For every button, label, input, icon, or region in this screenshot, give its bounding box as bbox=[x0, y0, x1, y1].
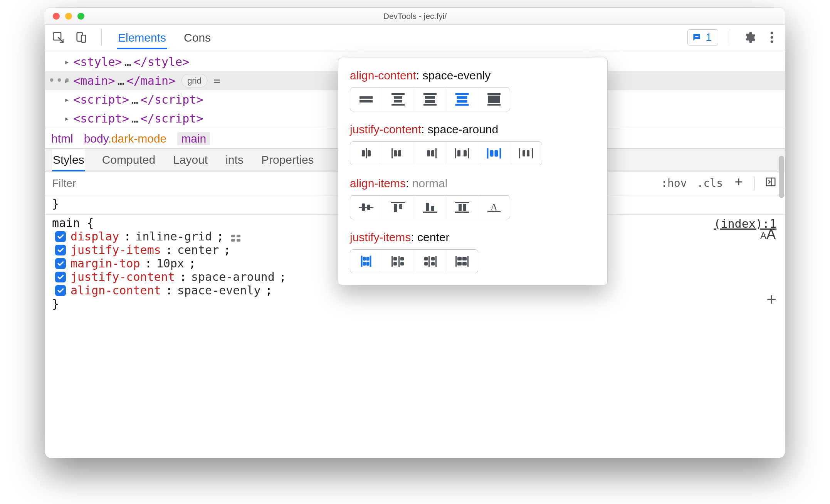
subtab-styles[interactable]: Styles bbox=[52, 149, 85, 171]
css-value[interactable]: inline-grid bbox=[136, 230, 212, 243]
subtab-computed[interactable]: Computed bbox=[101, 149, 156, 171]
toggle-declaration-checkbox[interactable] bbox=[55, 231, 66, 242]
svg-rect-80 bbox=[431, 257, 435, 260]
scrollbar-thumb[interactable] bbox=[779, 156, 784, 198]
svg-rect-48 bbox=[523, 150, 525, 156]
subtab-properties[interactable]: Properties bbox=[260, 149, 315, 171]
device-toolbar-icon[interactable] bbox=[74, 30, 89, 45]
breadcrumb-item[interactable]: html bbox=[51, 132, 73, 145]
svg-rect-33 bbox=[394, 150, 397, 156]
css-value[interactable]: 10px bbox=[156, 257, 184, 270]
toggle-declaration-checkbox[interactable] bbox=[55, 258, 66, 269]
ji-stretch-icon[interactable] bbox=[446, 249, 478, 273]
ai-stretch-icon[interactable] bbox=[446, 195, 478, 219]
popover-button-row bbox=[350, 249, 596, 273]
svg-rect-43 bbox=[500, 148, 501, 158]
css-property[interactable]: display bbox=[71, 230, 119, 243]
expand-triangle-icon[interactable]: ▸ bbox=[64, 112, 69, 125]
ai-start-icon[interactable] bbox=[382, 195, 414, 219]
main-toolbar: Elements Cons 1 bbox=[45, 25, 785, 50]
svg-rect-52 bbox=[367, 205, 370, 210]
add-declaration-icon[interactable]: + bbox=[766, 290, 776, 309]
css-property[interactable]: margin-top bbox=[71, 257, 140, 270]
inspect-element-icon[interactable] bbox=[50, 30, 66, 45]
ai-baseline-icon[interactable]: A bbox=[478, 195, 510, 219]
svg-rect-86 bbox=[462, 257, 467, 260]
ji-start-icon[interactable] bbox=[382, 249, 414, 273]
svg-rect-53 bbox=[391, 202, 405, 203]
svg-rect-69 bbox=[363, 262, 366, 265]
css-property[interactable]: justify-content bbox=[71, 270, 175, 284]
minimize-window-button[interactable] bbox=[65, 13, 72, 20]
tab-console[interactable]: Cons bbox=[183, 26, 212, 49]
css-property[interactable]: justify-items bbox=[71, 243, 161, 257]
breadcrumb-item[interactable]: body.dark-mode bbox=[84, 132, 167, 145]
svg-rect-85 bbox=[457, 257, 462, 260]
css-value[interactable]: space-around bbox=[191, 270, 275, 284]
ji-end-icon[interactable] bbox=[414, 249, 446, 273]
open-grid-editor-icon[interactable] bbox=[230, 232, 243, 241]
ai-end-icon[interactable] bbox=[414, 195, 446, 219]
popover-group-justify-content: justify-content: space-around bbox=[350, 123, 596, 165]
svg-rect-21 bbox=[423, 104, 437, 106]
svg-rect-77 bbox=[428, 256, 430, 267]
svg-rect-13 bbox=[360, 100, 373, 102]
svg-rect-35 bbox=[435, 148, 437, 158]
ac-evenly-icon[interactable] bbox=[446, 87, 478, 111]
ac-between-icon[interactable] bbox=[382, 87, 414, 111]
jc-start-icon[interactable] bbox=[382, 141, 414, 165]
grid-badge[interactable]: grid bbox=[181, 74, 207, 87]
svg-rect-68 bbox=[366, 257, 369, 260]
hov-toggle[interactable]: :hov bbox=[661, 177, 687, 190]
css-value[interactable]: center bbox=[177, 243, 219, 257]
attr-indicator: = bbox=[213, 72, 220, 89]
expand-triangle-icon[interactable]: ▸ bbox=[64, 93, 69, 106]
svg-rect-84 bbox=[467, 256, 469, 267]
zoom-window-button[interactable] bbox=[77, 13, 84, 20]
ai-center-icon[interactable] bbox=[350, 195, 382, 219]
ac-around-icon[interactable] bbox=[414, 87, 446, 111]
jc-evenly-icon[interactable] bbox=[510, 141, 542, 165]
jc-end-icon[interactable] bbox=[414, 141, 446, 165]
rule-source-link[interactable]: (index):1 bbox=[714, 217, 776, 230]
more-menu-icon[interactable] bbox=[764, 30, 780, 45]
settings-icon[interactable] bbox=[742, 30, 757, 45]
css-property[interactable]: align-content bbox=[71, 284, 161, 297]
svg-rect-20 bbox=[425, 100, 435, 103]
popover-title: align-items: normal bbox=[350, 177, 596, 190]
ac-center-icon[interactable] bbox=[350, 87, 382, 111]
gutter-ellipsis-icon[interactable]: ••• bbox=[48, 72, 71, 89]
svg-rect-72 bbox=[398, 256, 400, 267]
ji-center-icon[interactable] bbox=[350, 249, 382, 273]
css-declaration[interactable]: align-content: space-evenly; bbox=[52, 284, 778, 297]
toggle-declaration-checkbox[interactable] bbox=[55, 245, 66, 255]
ac-stretch-icon[interactable] bbox=[478, 87, 510, 111]
subtab-ints[interactable]: ints bbox=[225, 149, 244, 171]
tag-open: <main> bbox=[73, 72, 115, 89]
new-style-rule-icon[interactable] bbox=[733, 176, 744, 190]
separator bbox=[730, 29, 730, 46]
subtab-layout[interactable]: Layout bbox=[172, 149, 208, 171]
toggle-declaration-checkbox[interactable] bbox=[55, 285, 66, 296]
toggle-sidebar-icon[interactable] bbox=[765, 176, 776, 190]
expand-triangle-icon[interactable]: ▸ bbox=[64, 55, 69, 68]
breadcrumb-item[interactable]: main bbox=[177, 132, 210, 145]
issues-badge[interactable]: 1 bbox=[687, 29, 718, 45]
popover-title: justify-content: space-around bbox=[350, 123, 596, 136]
window-title: DevTools - jec.fyi/ bbox=[45, 12, 785, 21]
svg-rect-50 bbox=[359, 207, 373, 208]
tab-elements[interactable]: Elements bbox=[117, 26, 167, 49]
svg-rect-11 bbox=[237, 239, 240, 242]
tag-open: <style> bbox=[73, 53, 122, 71]
svg-rect-10 bbox=[231, 239, 235, 242]
toggle-declaration-checkbox[interactable] bbox=[55, 272, 66, 282]
rule-selector[interactable]: main bbox=[52, 216, 80, 230]
css-value[interactable]: space-evenly bbox=[177, 284, 261, 297]
jc-center-icon[interactable] bbox=[350, 141, 382, 165]
jc-around-icon[interactable] bbox=[478, 141, 510, 165]
close-window-button[interactable] bbox=[53, 13, 60, 20]
svg-point-4 bbox=[771, 32, 773, 34]
svg-rect-87 bbox=[457, 262, 462, 265]
jc-between-icon[interactable] bbox=[446, 141, 478, 165]
cls-toggle[interactable]: .cls bbox=[697, 177, 723, 190]
